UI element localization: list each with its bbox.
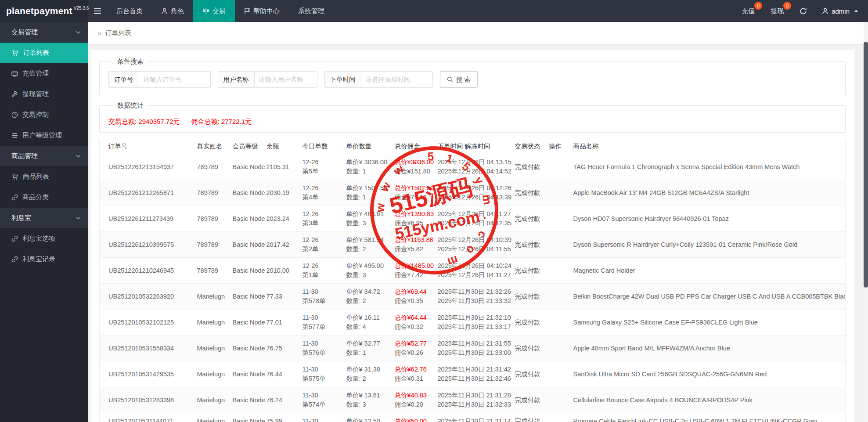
- cell-line: 11-30: [303, 313, 343, 322]
- cell-line: 第578单: [303, 296, 343, 306]
- refresh-button[interactable]: [792, 0, 815, 22]
- flag-icon: [244, 8, 250, 14]
- content-card: 条件搜索 订单号 用户名称 下单时间 搜 索: [90, 50, 854, 422]
- sidebar-item[interactable]: 用户等级管理: [0, 125, 88, 146]
- cell-member-level: Basic Node: [233, 387, 267, 413]
- cell-order-no: UB2512261210246945: [100, 258, 197, 284]
- link-icon: [11, 194, 18, 201]
- chevron-down-icon: [76, 31, 81, 34]
- nav-item[interactable]: 交易: [193, 0, 235, 22]
- sidebar-item[interactable]: 商品分类: [0, 187, 88, 208]
- nav-item[interactable]: 系统管理: [289, 0, 334, 22]
- search-panel-title: 条件搜索: [113, 58, 148, 66]
- sidebar-item[interactable]: 利息宝选项: [0, 228, 88, 249]
- sidebar-item[interactable]: 商品列表: [0, 166, 88, 187]
- cell-operation: [549, 180, 573, 206]
- column-header: 今日单数: [303, 139, 346, 154]
- cell-operation: [549, 206, 573, 232]
- cell-line: 单价¥ 1502.50: [346, 184, 391, 193]
- cell-line: 数量: 1: [346, 348, 391, 357]
- order-time-input[interactable]: [361, 72, 432, 87]
- cell-operation: [549, 232, 573, 258]
- cell-product-name: Magnetic Card Holder: [573, 258, 846, 284]
- sidebar-item[interactable]: 订单列表: [0, 43, 88, 63]
- nav-item[interactable]: 后台首页: [107, 0, 152, 22]
- sidebar-collapse-button[interactable]: [88, 0, 107, 22]
- cell-product-name: Apple MacBook Air 13' M4 24GB 512GB MC6A…: [573, 180, 846, 206]
- commission-amount-text: 佣金总额: 27722.1元: [191, 118, 252, 126]
- sidebar-group-title[interactable]: 商品管理: [0, 146, 88, 166]
- page-title: 订单列表: [105, 29, 131, 37]
- cell-member-level: Basic Node: [233, 154, 267, 180]
- cell-total-commission: 总价¥50.00: [395, 413, 438, 422]
- cell-trade-status: 完成付款: [515, 310, 549, 335]
- column-header: 余额: [267, 139, 303, 154]
- sidebar-item[interactable]: 利息宝记录: [0, 249, 88, 270]
- sidebar-item[interactable]: 交易控制: [0, 105, 88, 125]
- cell-line: 12-26: [303, 184, 343, 193]
- cell-operation: [549, 310, 573, 335]
- cell-line: 佣金¥0.35: [395, 296, 434, 306]
- cell-today-orders: 12-26第4单: [303, 180, 346, 206]
- sidebar-item-label: 订单列表: [23, 49, 49, 57]
- user-menu[interactable]: admin: [815, 0, 868, 22]
- cell-line: 2025年11月30日 21:31:14: [438, 417, 511, 422]
- cell-line: 单价¥ 31.38: [346, 365, 391, 374]
- cell-line: 单价¥ 13.61: [346, 391, 391, 400]
- cell-line: 总价¥52.77: [395, 339, 434, 348]
- cell-line: 单价¥ 495.00: [346, 261, 391, 271]
- cell-member-level: Basic Node: [233, 258, 267, 284]
- sidebar-group-title[interactable]: 利息宝: [0, 208, 88, 228]
- sidebar-item[interactable]: 充值管理: [0, 63, 88, 84]
- table-row: UB2512261210246945789789Basic Node2010.0…: [100, 258, 846, 284]
- top-bar: planetpayment V25.3.6 后台首页角色交易帮助中心系统管理 充…: [0, 0, 868, 22]
- cell-price-qty: 单价¥ 3036.00数量: 1: [346, 154, 395, 180]
- cell-today-orders: 12-26第2单: [303, 232, 346, 258]
- cell-balance: 2030.19: [267, 180, 303, 206]
- cell-total-commission: 总价¥3036.00佣金¥151.80: [395, 154, 438, 180]
- sidebar-group-label: 商品管理: [11, 152, 38, 160]
- cell-member-level: Basic Node: [233, 232, 267, 258]
- cell-line: 总价¥40.83: [395, 391, 434, 400]
- header-action[interactable]: 提现0: [763, 0, 792, 22]
- search-button[interactable]: 搜 索: [440, 71, 478, 88]
- cell-total-commission: 总价¥1163.88佣金¥5.82: [395, 232, 438, 258]
- refresh-icon: [800, 7, 807, 15]
- column-header: 下单时间 解冻时间: [438, 139, 515, 154]
- header-action[interactable]: 充值0: [734, 0, 763, 22]
- cell-member-level: Basic Node: [233, 284, 267, 310]
- cell-order-no: UB2512010532102125: [100, 310, 197, 335]
- cell-real-name: 789789: [197, 206, 233, 232]
- cell-member-level: Basic Node: [233, 206, 267, 232]
- notification-badge: 0: [754, 2, 762, 10]
- cell-line: 2025年12月26日 04:13:15: [438, 158, 511, 167]
- cell-order-no: UB2512010531283398: [100, 387, 197, 413]
- cell-line: 总价¥50.00: [395, 417, 434, 422]
- gauge-icon: [11, 112, 18, 118]
- cell-trade-status: 完成付款: [515, 387, 549, 413]
- nav-item-label: 角色: [171, 7, 184, 15]
- cell-line: 单价¥ 34.72: [346, 287, 391, 296]
- cell-order-times: 2025年12月26日 04:10:242025年12月26日 04:11:27: [438, 258, 515, 284]
- nav-item-label: 帮助中心: [253, 7, 280, 15]
- sidebar-item[interactable]: 提现管理: [0, 84, 88, 105]
- cell-order-times: 2025年12月26日 04:12:262025年12月26日 04:13:39: [438, 180, 515, 206]
- cell-member-level: Basic Node: [233, 180, 267, 206]
- cell-order-no: UB2512010531429535: [100, 361, 197, 387]
- nav-item[interactable]: 角色: [152, 0, 193, 22]
- cell-line: 佣金¥5.82: [395, 245, 434, 254]
- cell-line: 总价¥64.44: [395, 313, 434, 322]
- header-action-label: 充值: [742, 7, 755, 15]
- cell-total-commission: 总价¥1485.00佣金¥7.42: [395, 258, 438, 284]
- cart-icon: [11, 173, 18, 180]
- app-name: planetpayment: [6, 6, 72, 16]
- cell-real-name: Marielugn: [197, 284, 233, 310]
- sidebar-group-title[interactable]: 交易管理: [0, 22, 88, 43]
- order-no-input[interactable]: [139, 72, 210, 87]
- user-name-input[interactable]: [255, 72, 317, 87]
- nav-item[interactable]: 帮助中心: [235, 0, 289, 22]
- scrollbar-thumb[interactable]: [864, 42, 868, 288]
- cell-line: 总价¥62.76: [395, 365, 434, 374]
- cell-line: 总价¥69.44: [395, 287, 434, 296]
- order-time-label: 下单时间: [325, 72, 361, 87]
